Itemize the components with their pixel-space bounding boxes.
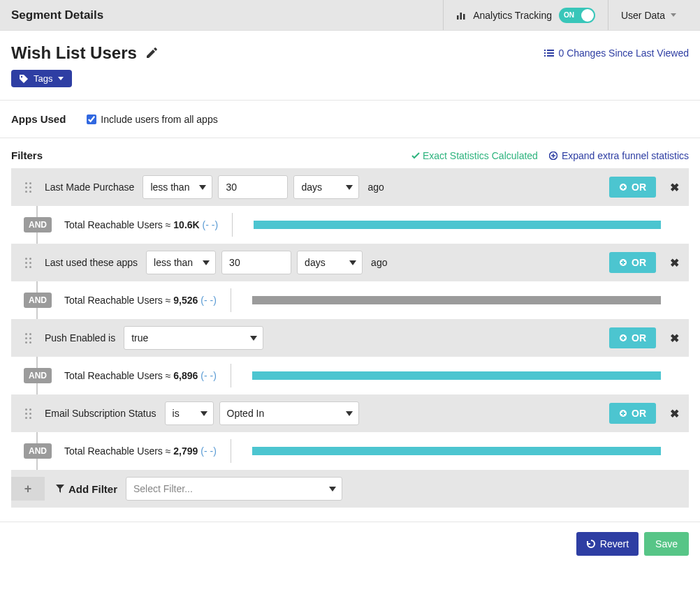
apps-used-section: Apps Used Include users from all apps [0, 101, 700, 138]
caret-down-icon [203, 260, 210, 265]
filter-row: Last used these apps less than 30 days a… [11, 244, 689, 281]
dash-link[interactable]: (- -) [200, 445, 217, 457]
add-filter-label: Add Filter [56, 483, 117, 495]
unit-select[interactable]: days [293, 175, 359, 199]
bool-select[interactable]: true [124, 326, 263, 350]
caret-down-icon [250, 336, 257, 341]
dash-link[interactable]: (- -) [200, 370, 217, 381]
header-right: Analytics Tracking ON User Data [443, 0, 689, 30]
reachable-text: Total Reachable Users ≈ 10.6K (- -) [64, 219, 218, 230]
toggle-state-label: ON [564, 11, 574, 19]
filter-icon [56, 485, 64, 493]
dash-link[interactable]: (- -) [200, 295, 217, 306]
filters-title: Filters [11, 149, 411, 161]
plus-circle-icon [619, 183, 627, 191]
reachable-progress-bar [254, 221, 661, 229]
progress-fill [252, 296, 661, 304]
include-all-apps-checkbox-label[interactable]: Include users from all apps [87, 114, 217, 125]
ago-text: ago [367, 182, 384, 193]
svg-rect-8 [547, 55, 554, 57]
ago-text: ago [371, 257, 387, 268]
caret-down-icon [329, 487, 336, 492]
analytics-tracking-toggle-group: Analytics Tracking ON [443, 0, 608, 30]
dash-link[interactable]: (- -) [203, 219, 219, 230]
drag-handle[interactable] [11, 258, 45, 268]
add-filter-row: + Add Filter Select Filter... [11, 470, 689, 508]
plus-circle-icon [549, 152, 557, 160]
and-reachable-row: AND Total Reachable Users ≈ 2,799 (- -) [11, 432, 689, 470]
remove-filter-button[interactable]: ✖ [670, 407, 679, 420]
caret-down-icon [199, 185, 206, 190]
caret-down-icon [58, 77, 64, 80]
drag-dots-icon [25, 258, 31, 268]
plus-circle-icon [619, 258, 627, 267]
svg-rect-5 [544, 52, 546, 54]
filters-header: Filters Exact Statistics Calculated Expa… [0, 138, 700, 168]
page-title: Segment Details [11, 8, 443, 22]
plus-circle-icon [619, 409, 627, 418]
revert-icon [586, 539, 596, 549]
operator-select[interactable]: less than [143, 175, 212, 199]
drag-dots-icon [25, 408, 31, 419]
filter-label: Last Made Purchase [45, 182, 134, 193]
drag-handle[interactable] [11, 408, 45, 419]
and-badge: AND [24, 368, 52, 383]
drag-handle[interactable] [11, 333, 45, 344]
user-data-dropdown[interactable]: User Data [608, 0, 689, 30]
drag-handle[interactable] [11, 182, 45, 193]
tags-button[interactable]: Tags [11, 70, 72, 87]
filter-row: Last Made Purchase less than 30 days ago… [11, 168, 689, 206]
svg-point-9 [21, 75, 22, 77]
value-input[interactable]: 30 [218, 175, 288, 199]
analytics-tracking-label: Analytics Tracking [473, 10, 552, 21]
progress-fill [252, 371, 661, 380]
svg-rect-0 [457, 15, 459, 20]
check-icon [411, 152, 420, 159]
revert-button[interactable]: Revert [576, 532, 639, 556]
filter-label: Last used these apps [45, 257, 138, 268]
svg-rect-1 [460, 13, 462, 20]
and-badge: AND [24, 443, 52, 459]
include-all-apps-text: Include users from all apps [101, 114, 217, 125]
or-button[interactable]: OR [609, 403, 656, 424]
expand-funnel-stats-link[interactable]: Expand extra funnel statistics [549, 150, 689, 161]
is-select[interactable]: is [165, 401, 214, 425]
or-button[interactable]: OR [609, 327, 656, 348]
changes-text: 0 Changes Since Last Viewed [558, 47, 689, 59]
list-icon [544, 49, 554, 57]
changes-since-viewed-link[interactable]: 0 Changes Since Last Viewed [544, 47, 689, 59]
svg-rect-3 [544, 50, 546, 51]
remove-filter-button[interactable]: ✖ [670, 332, 679, 345]
or-button[interactable]: OR [609, 177, 656, 198]
reachable-progress-bar [252, 371, 661, 380]
svg-rect-4 [547, 50, 554, 51]
remove-filter-button[interactable]: ✖ [670, 256, 679, 269]
include-all-apps-checkbox[interactable] [87, 115, 96, 124]
select-filter-dropdown[interactable]: Select Filter... [126, 477, 342, 501]
operator-select[interactable]: less than [146, 251, 216, 274]
add-filter-plus-button[interactable]: + [11, 477, 45, 501]
and-reachable-row: AND Total Reachable Users ≈ 9,526 (- -) [11, 281, 689, 319]
status-select[interactable]: Opted In [219, 401, 359, 425]
page-header: Segment Details Analytics Tracking ON Us… [0, 0, 700, 31]
analytics-tracking-toggle[interactable]: ON [559, 8, 595, 23]
chevron-down-icon [671, 13, 676, 17]
progress-fill [252, 447, 661, 455]
edit-icon[interactable] [145, 47, 158, 59]
footer: Revert Save [0, 522, 700, 566]
remove-filter-button[interactable]: ✖ [670, 181, 679, 194]
chart-bar-icon [456, 10, 466, 20]
drag-dots-icon [25, 182, 31, 193]
and-reachable-row: AND Total Reachable Users ≈ 10.6K (- -) [11, 206, 689, 244]
reachable-progress-bar [252, 296, 661, 304]
reachable-text: Total Reachable Users ≈ 9,526 (- -) [64, 295, 217, 306]
value-input[interactable]: 30 [221, 251, 291, 274]
tags-row: Tags [0, 70, 700, 100]
progress-fill [254, 221, 661, 229]
segment-name: Wish List Users [11, 43, 137, 63]
or-button[interactable]: OR [609, 252, 656, 273]
unit-select[interactable]: days [297, 251, 363, 274]
svg-rect-6 [547, 52, 554, 54]
save-button[interactable]: Save [644, 532, 689, 556]
filter-label: Push Enabled is [45, 332, 115, 344]
